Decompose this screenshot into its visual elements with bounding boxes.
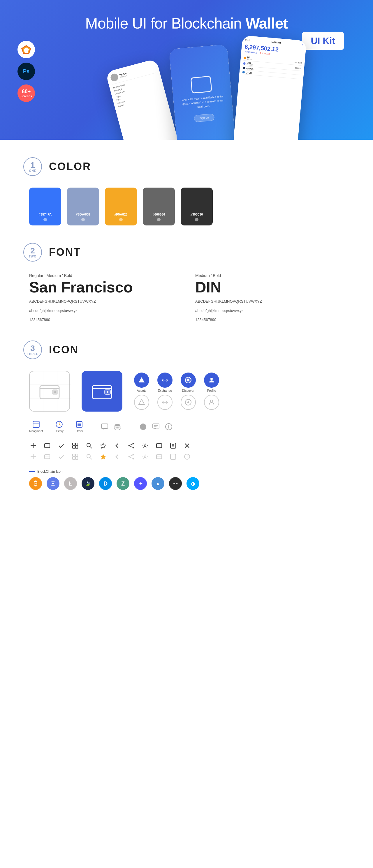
circle-dot-icon [139,423,147,431]
info-icon-ghost [183,453,191,461]
svg-marker-19 [139,399,145,405]
hero-title: Mobile UI for Blockchain Wallet [0,14,373,32]
dash-logo: D [99,477,112,490]
gxchain-logo: 〰 [169,477,182,490]
svg-marker-80 [101,454,106,459]
discover-label: Discover [182,389,195,392]
svg-line-53 [90,446,92,448]
check-icon-ghost [57,453,65,461]
card-icon [155,441,163,450]
svg-rect-74 [73,454,75,457]
icon-section-header: 3 THREE ICON [23,341,350,359]
blockchain-label-line [29,471,35,472]
info-icon [165,423,173,431]
layers-icon [114,423,121,431]
chat-box-icon [152,423,160,431]
plus-icon-ghost [29,453,37,461]
close-icon [183,441,191,450]
color-swatch-gray-blue: #8DA0C8 [67,188,99,225]
nav-icons-group: Assets Exchange [134,373,219,410]
star-filled-icon [99,453,107,461]
exchange-icon [157,373,173,388]
sf-name: San Francisco [29,279,183,296]
svg-rect-49 [76,443,78,445]
svg-point-18 [210,378,213,380]
svg-point-22 [188,401,189,403]
svg-marker-13 [139,377,145,382]
wallet-filled-icon [92,383,112,399]
svg-point-12 [107,391,108,393]
share-icon-ghost [127,453,135,461]
search-icon [85,441,93,450]
svg-rect-51 [76,446,78,448]
phone-mockup-right: 9:41 myWallet + 6,297,502.12 ⬆ 0.9730320… [233,35,307,140]
discover-icon-group: Discover [181,373,196,392]
chat-icon [101,423,108,431]
discover-icon-outline [181,395,196,410]
order-label: Order [76,430,83,433]
font-section-header: 2 TWO FONT [23,243,350,261]
wallet-icon-filled-box [82,371,122,411]
svg-rect-71 [45,455,50,459]
font-title: FONT [49,246,81,258]
color-title: COLOR [49,160,91,173]
edit-icon [43,441,51,450]
svg-rect-45 [45,444,50,448]
svg-line-59 [130,446,133,447]
assets-icon-outline [134,395,149,410]
svg-line-85 [130,457,133,459]
crypto-logos-row: ₿ Ξ Ł 🍃 D Z ✦ ▲ 〰 ◑ [29,477,350,490]
history-icon-group: History [55,420,63,433]
svg-line-79 [90,458,92,459]
exchange-label: Exchange [158,389,172,392]
blockchain-label-text: BlockChain Icon [37,469,63,474]
order-icon [75,420,83,429]
din-lowercase: abcdefghijklmnopqrstuvwxyz [195,307,350,314]
bottom-nav-row: Mangment History Order [29,420,350,433]
svg-rect-75 [76,454,78,457]
svg-point-52 [87,443,90,447]
history-label: History [55,430,63,433]
color-swatch-blue: #3574FA [29,188,61,225]
svg-point-82 [128,456,130,458]
assets-icon-outline-group [134,395,149,410]
utility-icons-row-2 [29,453,350,461]
svg-rect-76 [73,457,75,459]
aion-logo: ▲ [151,477,164,490]
profile-label: Profile [207,389,216,392]
assets-icon [134,373,149,388]
sf-uppercase: ABCDEFGHIJKLMNOPQRSTUVWXYZ [29,298,183,305]
svg-rect-48 [73,443,75,445]
screens-badge: 60+ Screens [18,85,35,102]
svg-point-55 [133,443,134,444]
dfinity-logo: ✦ [134,477,147,490]
blackcoin-logo: 🍃 [82,477,94,490]
font-din: Medium ' Bold DIN ABCDEFGHIJKLMNOPQRSTUV… [195,273,350,323]
order-icon-group: Order [75,420,83,433]
discover-icon [181,373,196,388]
svg-point-83 [133,458,134,460]
extra-icons-row [101,423,173,431]
history-icon [55,420,63,429]
assets-label: Assets [137,389,146,392]
swap-icon [169,441,177,450]
exchange-icon-outline-group [157,395,173,410]
share-icon [127,441,135,450]
ps-icon: Ps [18,63,35,80]
svg-rect-89 [170,454,176,459]
wallet-icons-row: Assets Exchange [29,371,350,411]
litecoin-logo: Ł [64,477,77,490]
wallet-icon-outline-box [29,371,70,411]
svg-rect-87 [156,455,162,459]
sf-style-label: Regular ' Medium ' Bold [29,273,183,278]
stellar-logo: ◑ [186,477,199,490]
card-icon-ghost [155,453,163,461]
chevron-left-icon-ghost [113,453,121,461]
settings-icon-ghost [141,453,149,461]
svg-marker-54 [101,443,106,448]
color-swatch-black: #303030 [181,188,213,225]
svg-point-60 [144,445,146,446]
svg-point-42 [168,425,169,426]
svg-point-36 [140,424,146,430]
hero-section: Mobile UI for Blockchain Wallet UI Kit P… [0,0,373,140]
